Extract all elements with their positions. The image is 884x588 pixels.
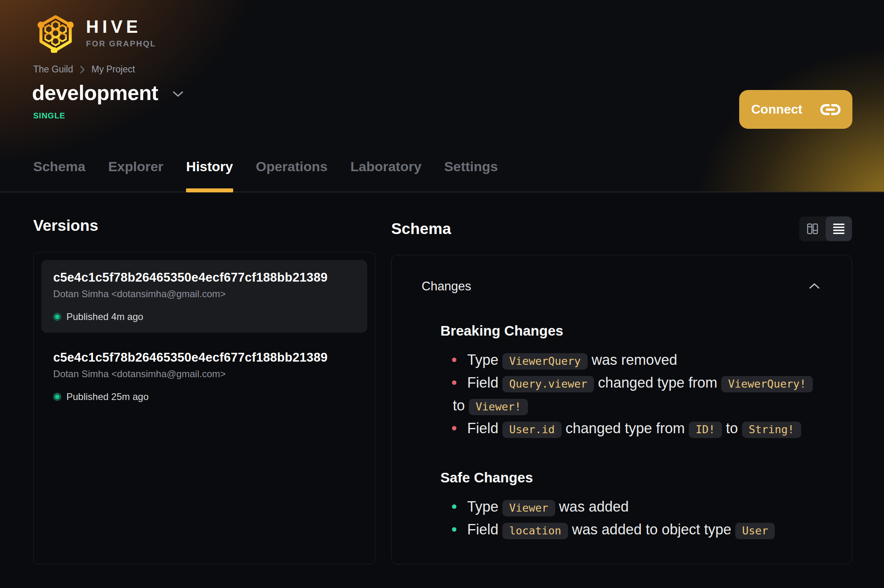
- chevron-right-icon: [80, 65, 85, 74]
- change-line: Type Viewer was added: [467, 496, 822, 519]
- version-status: Published 4m ago: [53, 311, 355, 322]
- change-line: Type ViewerQuery was removed: [467, 349, 822, 372]
- change-item: Type ViewerQuery was removed: [422, 349, 822, 372]
- tab-label: Schema: [33, 159, 85, 174]
- version-card[interactable]: c5e4c1c5f78b26465350e4ecf677cf188bb21389…: [41, 260, 367, 333]
- change-text: to: [722, 420, 742, 436]
- change-line: Field Query.viewer changed type from Vie…: [467, 372, 822, 395]
- change-section-breaking: Breaking ChangesType ViewerQuery was rem…: [422, 323, 822, 440]
- breadcrumb: The Guild My Project: [33, 64, 135, 75]
- change-text: changed type from: [594, 374, 721, 391]
- version-status: Published 25m ago: [53, 391, 355, 402]
- tab-history[interactable]: History: [186, 159, 233, 192]
- change-item: Field Query.viewer changed type from Vie…: [422, 372, 822, 418]
- code-pill: location: [502, 523, 568, 539]
- code-pill: ViewerQuery: [502, 353, 588, 370]
- change-text: to: [453, 397, 469, 414]
- brand-text: HIVE FOR GRAPHQL: [86, 15, 156, 48]
- change-line: Field User.id changed type from ID! to S…: [467, 418, 822, 440]
- code-pill: User: [735, 523, 775, 539]
- changes-body: Breaking ChangesType ViewerQuery was rem…: [422, 323, 822, 542]
- published-text: Published 25m ago: [66, 391, 148, 402]
- change-list: Type ViewerQuery was removedField Query.…: [422, 349, 822, 440]
- code-pill: Viewer!: [469, 399, 528, 415]
- tab-laboratory[interactable]: Laboratory: [350, 159, 422, 192]
- version-hash: c5e4c1c5f78b26465350e4ecf677cf188bb21389: [53, 270, 355, 285]
- view-toggle-group: [799, 216, 852, 241]
- change-text: Type: [467, 352, 502, 368]
- target-type-badge: SINGLE: [33, 111, 65, 120]
- change-item: Type Viewer was added: [422, 496, 822, 519]
- tab-settings[interactable]: Settings: [444, 159, 498, 192]
- tab-label: History: [186, 159, 233, 174]
- versions-title: Versions: [33, 216, 375, 235]
- code-pill: ID!: [689, 422, 722, 438]
- change-item: Field location was added to object type …: [422, 519, 822, 542]
- connect-button-label: Connect: [751, 102, 802, 117]
- target-selector-button[interactable]: [172, 87, 184, 99]
- version-author: Dotan Simha <dotansimha@gmail.com>: [53, 368, 355, 380]
- change-list: Type Viewer was addedField location was …: [422, 496, 822, 542]
- version-hash: c5e4c1c5f78b26465350e4ecf677cf188bb21389: [53, 350, 355, 365]
- change-item: Field User.id changed type from ID! to S…: [422, 418, 822, 440]
- breadcrumb-org[interactable]: The Guild: [33, 64, 73, 75]
- code-pill: String!: [742, 422, 801, 438]
- breadcrumb-project[interactable]: My Project: [92, 64, 135, 75]
- change-text: was added: [555, 498, 629, 515]
- change-text: Field: [467, 374, 502, 391]
- page-title: development: [32, 81, 158, 105]
- change-section-safe: Safe ChangesType Viewer was addedField l…: [422, 470, 822, 542]
- versions-panel: c5e4c1c5f78b26465350e4ecf677cf188bb21389…: [33, 252, 375, 564]
- code-pill: Viewer: [502, 500, 555, 516]
- schema-section: Schema: [391, 216, 852, 564]
- change-text: Field: [467, 521, 502, 538]
- change-text: was removed: [588, 352, 677, 368]
- list-icon: [833, 223, 845, 235]
- tab-label: Settings: [444, 159, 498, 174]
- versions-section: Versions c5e4c1c5f78b26465350e4ecf677cf1…: [33, 216, 375, 564]
- change-text: Field: [467, 420, 502, 436]
- schema-header-row: Schema: [391, 216, 852, 241]
- version-card[interactable]: c5e4c1c5f78b26465350e4ecf677cf188bb21389…: [41, 340, 367, 413]
- brand-name: HIVE: [86, 18, 156, 36]
- app-header: HIVE FOR GRAPHQL The Guild My Project de…: [0, 0, 884, 192]
- version-author: Dotan Simha <dotansimha@gmail.com>: [53, 288, 355, 300]
- changes-label: Changes: [422, 279, 471, 294]
- tab-label: Explorer: [108, 159, 163, 174]
- changes-panel: Changes Breaking ChangesType ViewerQuery…: [391, 255, 852, 564]
- collapse-button[interactable]: [807, 281, 822, 292]
- published-text: Published 4m ago: [66, 311, 143, 322]
- change-line: to Viewer!: [453, 395, 822, 418]
- change-text: changed type from: [562, 420, 689, 436]
- code-pill: Query.viewer: [502, 376, 594, 392]
- tab-operations[interactable]: Operations: [256, 159, 328, 192]
- tab-explorer[interactable]: Explorer: [108, 159, 163, 192]
- title-row: development: [32, 81, 184, 105]
- columns-icon: [806, 222, 819, 235]
- change-section-title: Safe Changes: [440, 470, 822, 485]
- active-tab-underline: [186, 188, 233, 192]
- brand: HIVE FOR GRAPHQL: [33, 15, 156, 53]
- columns-view-button[interactable]: [799, 216, 826, 241]
- changes-collapse-header[interactable]: Changes: [422, 255, 822, 294]
- chevron-up-icon: [809, 283, 820, 289]
- tab-label: Operations: [256, 159, 328, 174]
- tab-schema[interactable]: Schema: [33, 159, 85, 192]
- published-dot-icon: [53, 313, 61, 321]
- list-view-button[interactable]: [826, 216, 852, 241]
- change-text: Type: [467, 498, 502, 515]
- connect-button[interactable]: Connect: [739, 90, 852, 129]
- tab-bar: SchemaExplorerHistoryOperationsLaborator…: [33, 159, 498, 192]
- code-pill: ViewerQuery!: [721, 376, 813, 392]
- change-line: Field location was added to object type …: [467, 519, 822, 542]
- hive-logo-icon: [33, 15, 78, 53]
- schema-title: Schema: [391, 220, 451, 238]
- published-dot-icon: [53, 393, 61, 401]
- link-icon: [820, 102, 840, 117]
- code-pill: User.id: [502, 422, 562, 438]
- tab-label: Laboratory: [350, 159, 422, 174]
- chevron-down-icon: [172, 91, 184, 98]
- change-text: was added to object type: [568, 521, 735, 538]
- brand-tagline: FOR GRAPHQL: [86, 39, 156, 48]
- change-section-title: Breaking Changes: [440, 323, 822, 338]
